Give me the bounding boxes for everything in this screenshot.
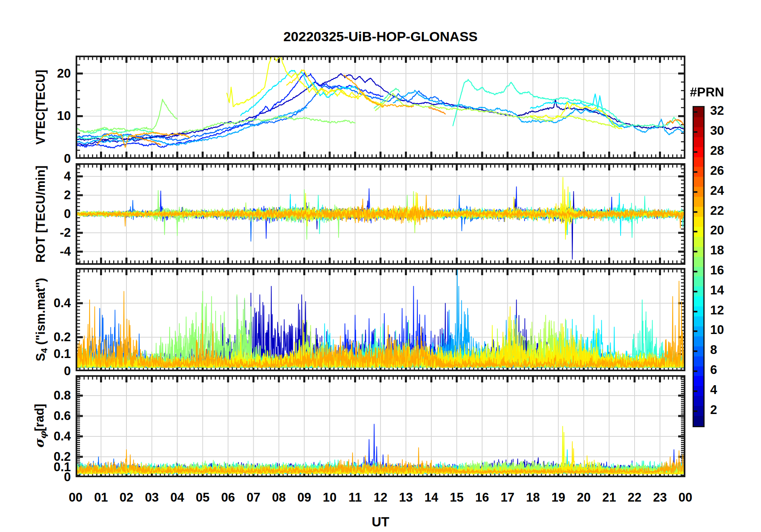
colorbar-tick bbox=[694, 370, 697, 372]
colorbar-tick-label: 18 bbox=[710, 243, 724, 258]
colorbar-title: #PRN bbox=[685, 85, 729, 100]
colorbar-tick-label: 16 bbox=[710, 263, 724, 278]
colorbar-tick bbox=[694, 311, 697, 312]
colorbar-cell bbox=[694, 336, 703, 346]
y-tick-label: 20 bbox=[0, 66, 71, 81]
x-tick-label: 00 bbox=[670, 490, 701, 505]
y-tick-label: 0.6 bbox=[0, 409, 71, 423]
y-tick-label: 0.2 bbox=[0, 330, 71, 344]
y-tick-label: -2 bbox=[0, 226, 71, 240]
colorbar-cell bbox=[694, 237, 703, 247]
y-tick-label: 0.4 bbox=[0, 296, 71, 310]
colorbar-tick bbox=[694, 211, 697, 213]
y-tick-label: 0.8 bbox=[0, 388, 71, 403]
colorbar-tick-label: 28 bbox=[710, 144, 724, 158]
colorbar-cell bbox=[694, 137, 703, 147]
colorbar-cell bbox=[694, 396, 703, 406]
y-tick-label: 2 bbox=[0, 188, 71, 202]
colorbar-tick bbox=[694, 191, 697, 193]
x-axis-label: UT bbox=[76, 514, 685, 530]
colorbar-cell bbox=[694, 177, 703, 187]
colorbar-tick-label: 24 bbox=[710, 184, 724, 198]
y-tick-label: 10 bbox=[0, 109, 71, 123]
panel-vtec bbox=[76, 56, 685, 159]
page-title: 20220325-UiB-HOP-GLONASS bbox=[76, 29, 685, 44]
vtec-plot-canvas bbox=[76, 56, 685, 159]
colorbar-cell bbox=[694, 276, 703, 286]
y-tick-label: 0.2 bbox=[0, 450, 71, 464]
prn-colorbar bbox=[693, 106, 705, 427]
colorbar-tick bbox=[694, 271, 697, 272]
colorbar-cell bbox=[694, 316, 703, 326]
colorbar-tick bbox=[694, 291, 697, 292]
sigma-phi-plot-canvas bbox=[76, 375, 685, 477]
colorbar-tick bbox=[694, 131, 697, 133]
y-tick-label: 0.1 bbox=[0, 347, 71, 361]
panel-s4 bbox=[76, 268, 685, 371]
colorbar-cell bbox=[694, 296, 703, 306]
colorbar-cell bbox=[694, 416, 703, 426]
colorbar-tick bbox=[694, 330, 697, 332]
colorbar-cell bbox=[694, 117, 703, 127]
y-tick-label: 0 bbox=[0, 364, 71, 378]
colorbar-tick bbox=[694, 171, 697, 173]
colorbar-tick bbox=[694, 151, 697, 153]
colorbar-tick bbox=[694, 231, 697, 232]
colorbar-tick-label: 30 bbox=[710, 124, 724, 138]
colorbar-tick-label: 26 bbox=[710, 164, 724, 178]
colorbar-tick-label: 10 bbox=[710, 323, 724, 337]
colorbar-tick-label: 2 bbox=[710, 403, 717, 417]
colorbar-tick-label: 6 bbox=[710, 363, 717, 377]
colorbar-cell bbox=[694, 157, 703, 167]
colorbar-tick-label: 12 bbox=[710, 303, 724, 318]
colorbar-cell bbox=[694, 197, 703, 207]
y-axis-label-vtec: VTEC[TECU] bbox=[34, 70, 50, 145]
colorbar-cell bbox=[694, 217, 703, 227]
colorbar-tick bbox=[694, 111, 697, 113]
s4-plot-canvas bbox=[76, 268, 685, 371]
colorbar-tick bbox=[694, 350, 697, 352]
panel-sig bbox=[76, 375, 685, 477]
y-axis-label-text: VTEC[TECU] bbox=[34, 70, 48, 145]
panel-rot bbox=[76, 163, 685, 265]
colorbar-tick-label: 14 bbox=[710, 283, 724, 298]
colorbar-cell bbox=[694, 257, 703, 267]
colorbar-tick bbox=[694, 390, 697, 392]
y-tick-label: 0 bbox=[0, 207, 71, 221]
colorbar-tick-label: 8 bbox=[710, 343, 717, 357]
colorbar-cell bbox=[694, 376, 703, 386]
y-tick-label: 0.4 bbox=[0, 429, 71, 444]
colorbar-tick-label: 4 bbox=[710, 383, 717, 397]
y-tick-label: 0 bbox=[0, 152, 71, 166]
rot-plot-canvas bbox=[76, 163, 685, 265]
figure: 20220325-UiB-HOP-GLONASS VTEC[TECU] ROT … bbox=[0, 0, 761, 532]
colorbar-tick-label: 22 bbox=[710, 204, 724, 218]
colorbar-gradient bbox=[694, 107, 703, 426]
colorbar-tick-label: 32 bbox=[710, 104, 724, 118]
y-tick-label: -4 bbox=[0, 244, 71, 259]
colorbar-tick bbox=[694, 251, 697, 252]
colorbar-tick bbox=[694, 410, 697, 412]
colorbar-cell bbox=[694, 356, 703, 366]
y-tick-label: 4 bbox=[0, 169, 71, 184]
colorbar-tick-label: 20 bbox=[710, 223, 724, 238]
